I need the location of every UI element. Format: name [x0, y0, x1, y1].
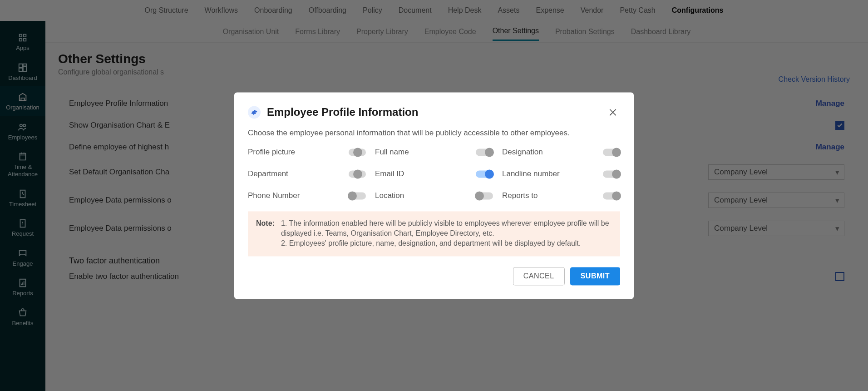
- note-box: Note: 1. The information enabled here wi…: [248, 211, 620, 256]
- note-label: Note:: [256, 218, 275, 249]
- note-line-2: 2. Employees' profile picture, name, des…: [281, 239, 612, 249]
- toggle-label: Full name: [375, 148, 409, 157]
- toggle-department[interactable]: [349, 170, 366, 178]
- modal-header: Employee Profile Information: [248, 105, 620, 119]
- toggle-row-email-id: Email ID: [375, 169, 493, 178]
- toggle-row-profile-picture: Profile picture: [248, 148, 366, 157]
- toggle-knob: [353, 148, 362, 157]
- toggle-row-designation: Designation: [502, 148, 620, 157]
- toggle-knob: [485, 148, 494, 157]
- modal-title: Employee Profile Information: [267, 106, 418, 119]
- toggle-label: Phone Number: [248, 191, 300, 200]
- toggle-knob: [353, 169, 362, 178]
- toggle-phone-number[interactable]: [349, 192, 366, 199]
- toggle-full-name[interactable]: [476, 148, 493, 156]
- toggle-row-location: Location: [375, 191, 493, 200]
- toggle-label: Email ID: [375, 169, 404, 178]
- note-content: 1. The information enabled here will be …: [281, 218, 612, 249]
- toggle-row-reports-to: Reports to: [502, 191, 620, 200]
- note-line-1: 1. The information enabled here will be …: [281, 218, 612, 239]
- toggle-profile-picture[interactable]: [349, 148, 366, 156]
- toggle-label: Department: [248, 169, 288, 178]
- toggle-label: Location: [375, 191, 404, 200]
- toggle-row-phone-number: Phone Number: [248, 191, 366, 200]
- toggle-grid: Profile pictureFull nameDesignationDepar…: [248, 148, 620, 200]
- close-icon[interactable]: [606, 105, 620, 119]
- modal-actions: CANCEL SUBMIT: [248, 267, 620, 285]
- toggle-row-full-name: Full name: [375, 148, 493, 157]
- toggle-email-id[interactable]: [476, 170, 493, 178]
- toggle-knob: [612, 169, 621, 178]
- toggle-row-department: Department: [248, 169, 366, 178]
- toggle-knob: [485, 169, 494, 178]
- toggle-landline-number[interactable]: [603, 170, 620, 178]
- toggle-knob: [475, 191, 484, 200]
- submit-button[interactable]: SUBMIT: [570, 267, 620, 285]
- gear-icon: [248, 106, 261, 119]
- toggle-label: Profile picture: [248, 148, 295, 157]
- toggle-row-landline-number: Landline number: [502, 169, 620, 178]
- toggle-designation[interactable]: [603, 148, 620, 156]
- toggle-label: Reports to: [502, 191, 538, 200]
- toggle-location[interactable]: [476, 192, 493, 199]
- toggle-knob: [612, 148, 621, 157]
- toggle-knob: [612, 191, 621, 200]
- employee-profile-modal: Employee Profile Information Choose the …: [234, 92, 634, 299]
- toggle-label: Designation: [502, 148, 543, 157]
- modal-description: Choose the employee personal information…: [248, 129, 620, 138]
- toggle-label: Landline number: [502, 169, 560, 178]
- toggle-reports-to[interactable]: [603, 192, 620, 199]
- toggle-knob: [348, 191, 357, 200]
- cancel-button[interactable]: CANCEL: [513, 267, 565, 285]
